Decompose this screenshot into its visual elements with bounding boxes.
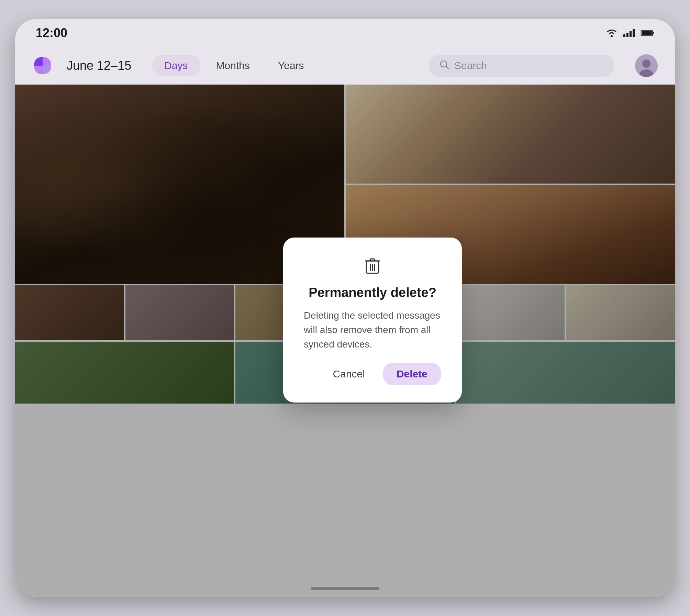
dialog-overlay: Permanently delete? Deleting the selecte… (15, 85, 675, 597)
svg-rect-2 (626, 33, 628, 37)
main-content: Permanently delete? Deleting the selecte… (15, 85, 675, 597)
delete-button[interactable]: Delete (383, 363, 441, 385)
battery-icon (641, 28, 654, 38)
svg-point-11 (642, 59, 650, 68)
status-bar: 12:00 (15, 19, 675, 47)
cancel-button[interactable]: Cancel (322, 363, 376, 385)
search-icon (439, 59, 449, 72)
status-time: 12:00 (36, 26, 67, 40)
avatar[interactable] (635, 54, 658, 77)
tablet-frame: 12:00 (15, 19, 675, 597)
delete-dialog: Permanently delete? Deleting the selecte… (283, 238, 462, 403)
tab-months[interactable]: Months (204, 55, 262, 76)
svg-rect-6 (653, 32, 654, 34)
tab-years[interactable]: Years (266, 55, 316, 76)
dialog-body: Deleting the selected messages will also… (304, 308, 441, 352)
app-logo (32, 55, 53, 76)
nav-bar: June 12–15 Days Months Years Search (15, 47, 675, 85)
search-area[interactable]: Search (429, 55, 614, 77)
date-label: June 12–15 (67, 58, 131, 73)
search-label: Search (454, 60, 487, 72)
tab-days[interactable]: Days (152, 55, 200, 76)
status-icons (605, 28, 654, 38)
wifi-icon (605, 28, 619, 38)
svg-rect-7 (642, 31, 652, 35)
trash-icon (365, 257, 380, 277)
dialog-title: Permanently delete? (309, 285, 436, 300)
svg-line-9 (446, 66, 449, 69)
svg-rect-1 (623, 34, 625, 37)
dialog-buttons: Cancel Delete (304, 363, 441, 385)
svg-rect-3 (630, 31, 632, 37)
tab-group: Days Months Years (152, 55, 316, 76)
svg-point-0 (611, 35, 613, 37)
svg-rect-4 (633, 29, 635, 37)
signal-icon (623, 28, 636, 38)
